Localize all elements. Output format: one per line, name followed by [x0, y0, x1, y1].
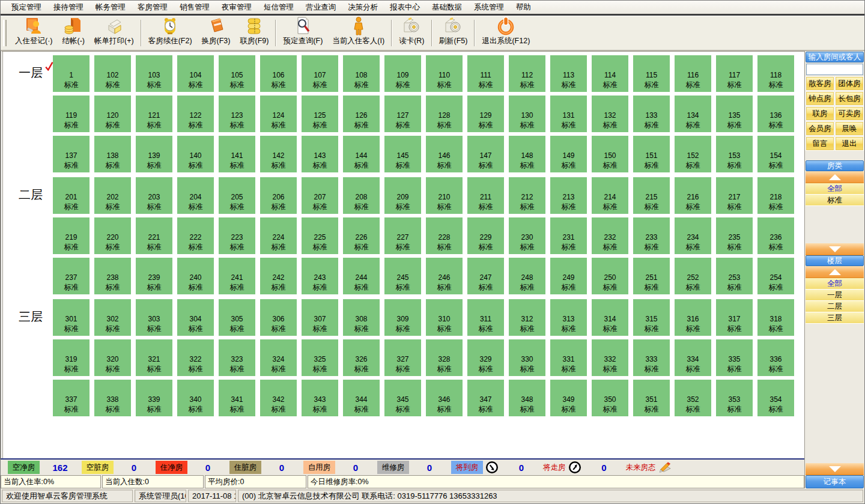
room-cell-239[interactable]: 239标准 [136, 258, 172, 294]
toolbar-button-exit[interactable]: 退出系统(F12) [477, 17, 535, 49]
room-cell-141[interactable]: 141标准 [219, 136, 255, 172]
sidebar-button-长包房[interactable]: 长包房 [835, 91, 864, 106]
room-cell-105[interactable]: 105标准 [219, 55, 255, 92]
room-cell-319[interactable]: 319标准 [53, 339, 90, 376]
room-cell-131[interactable]: 131标准 [550, 96, 587, 132]
room-cell-147[interactable]: 147标准 [467, 136, 504, 172]
toolbar-button-checkin[interactable]: 入住登记(·) [10, 17, 58, 49]
floor-header[interactable]: 楼层 [806, 255, 864, 266]
room-cell-315[interactable]: 315标准 [633, 299, 670, 336]
room-cell-245[interactable]: 245标准 [384, 258, 421, 294]
room-cell-344[interactable]: 344标准 [343, 380, 380, 416]
room-cell-316[interactable]: 316标准 [675, 299, 711, 336]
room-cell-128[interactable]: 128标准 [426, 96, 463, 132]
room-cell-103[interactable]: 103标准 [136, 55, 172, 92]
toolbar-button-change-room[interactable]: 换房(F3) [197, 17, 235, 49]
menu-item-夜审管理[interactable]: 夜审管理 [216, 1, 258, 14]
sidebar-button-团体房[interactable]: 团体房 [835, 76, 864, 91]
room-cell-146[interactable]: 146标准 [426, 136, 463, 172]
room-cell-126[interactable]: 126标准 [343, 96, 380, 132]
sidebar-button-退出[interactable]: 退出 [835, 136, 864, 151]
room-cell-314[interactable]: 314标准 [592, 299, 628, 336]
room-cell-204[interactable]: 204标准 [177, 177, 214, 214]
room-cell-311[interactable]: 311标准 [467, 299, 504, 336]
room-cell-127[interactable]: 127标准 [384, 96, 421, 132]
room-cell-349[interactable]: 349标准 [550, 380, 587, 416]
room-cell-231[interactable]: 231标准 [550, 217, 587, 254]
room-cell-116[interactable]: 116标准 [675, 55, 711, 92]
toolbar-button-read-card[interactable]: 读卡(R) [394, 17, 429, 49]
room-cell-235[interactable]: 235标准 [716, 217, 753, 254]
toolbar-button-reservation-search[interactable]: 预定查询(F) [278, 17, 327, 49]
menu-item-报表中心[interactable]: 报表中心 [384, 1, 426, 14]
room-cell-302[interactable]: 302标准 [94, 299, 131, 336]
room-cell-303[interactable]: 303标准 [136, 299, 172, 336]
room-cell-251[interactable]: 251标准 [633, 258, 670, 294]
room-cell-228[interactable]: 228标准 [426, 217, 463, 254]
room-cell-332[interactable]: 332标准 [592, 339, 628, 376]
room-cell-214[interactable]: 214标准 [592, 177, 628, 214]
room-cell-345[interactable]: 345标准 [384, 380, 421, 416]
room-cell-129[interactable]: 129标准 [467, 96, 504, 132]
room-cell-202[interactable]: 202标准 [94, 177, 131, 214]
room-cell-152[interactable]: 152标准 [675, 136, 711, 172]
toolbar-button-print-bill[interactable]: 帐单打印(+) [90, 17, 139, 49]
floor-scroll-up[interactable] [806, 266, 864, 278]
room-cell-219[interactable]: 219标准 [53, 217, 90, 254]
room-type-item-全部[interactable]: 全部 [806, 183, 864, 195]
room-cell-243[interactable]: 243标准 [302, 258, 338, 294]
room-cell-145[interactable]: 145标准 [384, 136, 421, 172]
room-cell-150[interactable]: 150标准 [592, 136, 628, 172]
room-cell-210[interactable]: 210标准 [426, 177, 463, 214]
toolbar-grip[interactable] [3, 20, 7, 46]
room-cell-212[interactable]: 212标准 [509, 177, 545, 214]
room-cell-233[interactable]: 233标准 [633, 217, 670, 254]
menu-item-预定管理[interactable]: 预定管理 [5, 1, 47, 14]
menu-item-营业查询[interactable]: 营业查询 [300, 1, 342, 14]
toolbar-button-join-rooms[interactable]: 联房(F9) [235, 17, 273, 49]
room-type-scroll-up[interactable] [806, 171, 864, 183]
room-cell-206[interactable]: 206标准 [260, 177, 297, 214]
room-cell-113[interactable]: 113标准 [550, 55, 587, 92]
room-cell-312[interactable]: 312标准 [509, 299, 545, 336]
room-cell-324[interactable]: 324标准 [260, 339, 297, 376]
room-cell-225[interactable]: 225标准 [302, 217, 338, 254]
room-cell-242[interactable]: 242标准 [260, 258, 297, 294]
room-cell-247[interactable]: 247标准 [467, 258, 504, 294]
room-cell-143[interactable]: 143标准 [302, 136, 338, 172]
sidebar-button-会员房[interactable]: 会员房 [806, 121, 834, 136]
room-cell-151[interactable]: 151标准 [633, 136, 670, 172]
room-cell-1[interactable]: 1标准 [53, 55, 90, 92]
sidebar-button-钟点房[interactable]: 钟点房 [806, 91, 834, 106]
room-cell-304[interactable]: 304标准 [177, 299, 214, 336]
room-cell-236[interactable]: 236标准 [757, 217, 794, 254]
room-cell-216[interactable]: 216标准 [675, 177, 711, 214]
room-cell-120[interactable]: 120标准 [94, 96, 131, 132]
room-cell-149[interactable]: 149标准 [550, 136, 587, 172]
room-cell-326[interactable]: 326标准 [343, 339, 380, 376]
room-cell-234[interactable]: 234标准 [675, 217, 711, 254]
room-cell-338[interactable]: 338标准 [94, 380, 131, 416]
room-cell-213[interactable]: 213标准 [550, 177, 587, 214]
menu-item-帐务管理[interactable]: 帐务管理 [90, 1, 132, 14]
room-cell-353[interactable]: 353标准 [716, 380, 753, 416]
room-cell-250[interactable]: 250标准 [592, 258, 628, 294]
sidebar-button-留言[interactable]: 留言 [806, 136, 834, 151]
room-cell-107[interactable]: 107标准 [302, 55, 338, 92]
room-cell-301[interactable]: 301标准 [53, 299, 90, 336]
room-cell-130[interactable]: 130标准 [509, 96, 545, 132]
notes-header[interactable]: 记事本 [806, 475, 864, 488]
room-cell-136[interactable]: 136标准 [757, 96, 794, 132]
room-cell-134[interactable]: 134标准 [675, 96, 711, 132]
room-cell-106[interactable]: 106标准 [260, 55, 297, 92]
room-cell-343[interactable]: 343标准 [302, 380, 338, 416]
room-cell-334[interactable]: 334标准 [675, 339, 711, 376]
room-cell-223[interactable]: 223标准 [219, 217, 255, 254]
room-cell-215[interactable]: 215标准 [633, 177, 670, 214]
room-cell-211[interactable]: 211标准 [467, 177, 504, 214]
room-cell-110[interactable]: 110标准 [426, 55, 463, 92]
room-cell-109[interactable]: 109标准 [384, 55, 421, 92]
room-cell-230[interactable]: 230标准 [509, 217, 545, 254]
room-cell-135[interactable]: 135标准 [716, 96, 753, 132]
room-cell-144[interactable]: 144标准 [343, 136, 380, 172]
